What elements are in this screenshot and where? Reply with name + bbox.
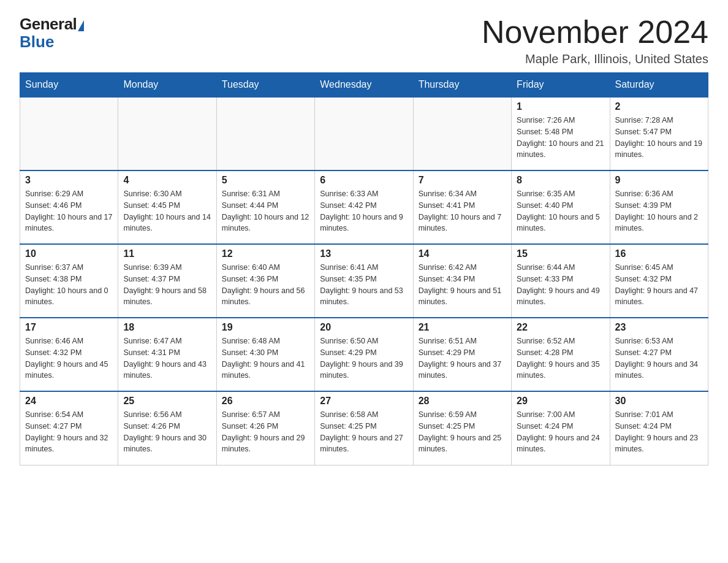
day-number: 4 — [123, 175, 211, 186]
calendar-cell: 26Sunrise: 6:57 AM Sunset: 4:26 PM Dayli… — [216, 391, 314, 465]
day-sun-info: Sunrise: 6:44 AM Sunset: 4:33 PM Dayligh… — [517, 262, 604, 308]
day-number: 1 — [517, 101, 604, 112]
day-sun-info: Sunrise: 6:36 AM Sunset: 4:39 PM Dayligh… — [615, 188, 703, 234]
calendar-cell: 25Sunrise: 6:56 AM Sunset: 4:26 PM Dayli… — [118, 391, 216, 465]
logo-blue-text: Blue — [20, 33, 54, 52]
calendar-week-row: 24Sunrise: 6:54 AM Sunset: 4:27 PM Dayli… — [20, 391, 708, 465]
day-number: 13 — [320, 248, 408, 259]
calendar-header-row: SundayMondayTuesdayWednesdayThursdayFrid… — [20, 73, 708, 98]
calendar-cell: 24Sunrise: 6:54 AM Sunset: 4:27 PM Dayli… — [20, 391, 118, 465]
day-sun-info: Sunrise: 6:52 AM Sunset: 4:28 PM Dayligh… — [517, 335, 604, 381]
day-number: 7 — [419, 175, 506, 186]
day-number: 19 — [222, 322, 309, 333]
calendar-cell: 7Sunrise: 6:34 AM Sunset: 4:41 PM Daylig… — [413, 170, 511, 244]
calendar-cell — [118, 97, 216, 170]
day-sun-info: Sunrise: 6:31 AM Sunset: 4:44 PM Dayligh… — [222, 188, 309, 234]
calendar-table: SundayMondayTuesdayWednesdayThursdayFrid… — [20, 72, 708, 465]
calendar-cell: 12Sunrise: 6:40 AM Sunset: 4:36 PM Dayli… — [216, 244, 314, 318]
day-number: 15 — [517, 248, 604, 259]
calendar-week-row: 10Sunrise: 6:37 AM Sunset: 4:38 PM Dayli… — [20, 244, 708, 318]
page-header: General Blue November 2024 Maple Park, I… — [20, 15, 708, 66]
day-header-sunday: Sunday — [20, 73, 118, 98]
day-number: 27 — [320, 396, 408, 407]
day-number: 21 — [419, 322, 506, 333]
calendar-cell: 23Sunrise: 6:53 AM Sunset: 4:27 PM Dayli… — [610, 318, 708, 391]
calendar-cell: 9Sunrise: 6:36 AM Sunset: 4:39 PM Daylig… — [610, 170, 708, 244]
day-sun-info: Sunrise: 6:58 AM Sunset: 4:25 PM Dayligh… — [320, 409, 408, 455]
day-header-tuesday: Tuesday — [216, 73, 314, 98]
day-number: 8 — [517, 175, 604, 186]
calendar-cell: 4Sunrise: 6:30 AM Sunset: 4:45 PM Daylig… — [118, 170, 216, 244]
calendar-cell: 29Sunrise: 7:00 AM Sunset: 4:24 PM Dayli… — [512, 391, 610, 465]
day-sun-info: Sunrise: 6:59 AM Sunset: 4:25 PM Dayligh… — [419, 409, 506, 455]
location-subtitle: Maple Park, Illinois, United States — [482, 52, 708, 66]
day-number: 29 — [517, 396, 604, 407]
calendar-cell: 6Sunrise: 6:33 AM Sunset: 4:42 PM Daylig… — [315, 170, 413, 244]
calendar-week-row: 1Sunrise: 7:26 AM Sunset: 5:48 PM Daylig… — [20, 97, 708, 170]
calendar-cell: 13Sunrise: 6:41 AM Sunset: 4:35 PM Dayli… — [315, 244, 413, 318]
day-number: 26 — [222, 396, 309, 407]
day-number: 18 — [123, 322, 211, 333]
calendar-cell: 27Sunrise: 6:58 AM Sunset: 4:25 PM Dayli… — [315, 391, 413, 465]
calendar-cell — [216, 97, 314, 170]
calendar-cell: 2Sunrise: 7:28 AM Sunset: 5:47 PM Daylig… — [610, 97, 708, 170]
day-number: 25 — [123, 396, 211, 407]
day-sun-info: Sunrise: 6:40 AM Sunset: 4:36 PM Dayligh… — [222, 262, 309, 308]
calendar-cell: 22Sunrise: 6:52 AM Sunset: 4:28 PM Dayli… — [512, 318, 610, 391]
day-sun-info: Sunrise: 6:50 AM Sunset: 4:29 PM Dayligh… — [320, 335, 408, 381]
day-sun-info: Sunrise: 6:37 AM Sunset: 4:38 PM Dayligh… — [25, 262, 113, 308]
calendar-cell: 28Sunrise: 6:59 AM Sunset: 4:25 PM Dayli… — [413, 391, 511, 465]
day-sun-info: Sunrise: 6:29 AM Sunset: 4:46 PM Dayligh… — [25, 188, 113, 234]
day-header-thursday: Thursday — [413, 73, 511, 98]
calendar-cell: 18Sunrise: 6:47 AM Sunset: 4:31 PM Dayli… — [118, 318, 216, 391]
calendar-cell: 17Sunrise: 6:46 AM Sunset: 4:32 PM Dayli… — [20, 318, 118, 391]
calendar-cell — [315, 97, 413, 170]
calendar-cell: 21Sunrise: 6:51 AM Sunset: 4:29 PM Dayli… — [413, 318, 511, 391]
day-sun-info: Sunrise: 6:57 AM Sunset: 4:26 PM Dayligh… — [222, 409, 309, 455]
day-sun-info: Sunrise: 6:54 AM Sunset: 4:27 PM Dayligh… — [25, 409, 113, 455]
month-title: November 2024 — [482, 15, 708, 50]
calendar-cell: 30Sunrise: 7:01 AM Sunset: 4:24 PM Dayli… — [610, 391, 708, 465]
calendar-cell: 11Sunrise: 6:39 AM Sunset: 4:37 PM Dayli… — [118, 244, 216, 318]
logo: General Blue — [20, 15, 84, 52]
day-number: 11 — [123, 248, 211, 259]
day-number: 30 — [615, 396, 703, 407]
day-sun-info: Sunrise: 7:26 AM Sunset: 5:48 PM Dayligh… — [517, 115, 604, 161]
day-sun-info: Sunrise: 6:35 AM Sunset: 4:40 PM Dayligh… — [517, 188, 604, 234]
calendar-cell: 19Sunrise: 6:48 AM Sunset: 4:30 PM Dayli… — [216, 318, 314, 391]
day-number: 22 — [517, 322, 604, 333]
logo-triangle-icon — [78, 20, 84, 31]
day-number: 3 — [25, 175, 113, 186]
day-sun-info: Sunrise: 6:56 AM Sunset: 4:26 PM Dayligh… — [123, 409, 211, 455]
calendar-cell: 8Sunrise: 6:35 AM Sunset: 4:40 PM Daylig… — [512, 170, 610, 244]
day-number: 28 — [419, 396, 506, 407]
day-header-saturday: Saturday — [610, 73, 708, 98]
day-number: 6 — [320, 175, 408, 186]
day-number: 10 — [25, 248, 113, 259]
title-area: November 2024 Maple Park, Illinois, Unit… — [482, 15, 708, 66]
day-number: 16 — [615, 248, 703, 259]
calendar-cell — [413, 97, 511, 170]
day-number: 12 — [222, 248, 309, 259]
day-sun-info: Sunrise: 6:30 AM Sunset: 4:45 PM Dayligh… — [123, 188, 211, 234]
day-sun-info: Sunrise: 6:48 AM Sunset: 4:30 PM Dayligh… — [222, 335, 309, 381]
day-sun-info: Sunrise: 6:53 AM Sunset: 4:27 PM Dayligh… — [615, 335, 703, 381]
day-sun-info: Sunrise: 6:51 AM Sunset: 4:29 PM Dayligh… — [419, 335, 506, 381]
day-sun-info: Sunrise: 6:45 AM Sunset: 4:32 PM Dayligh… — [615, 262, 703, 308]
day-sun-info: Sunrise: 6:42 AM Sunset: 4:34 PM Dayligh… — [419, 262, 506, 308]
day-number: 14 — [419, 248, 506, 259]
day-number: 2 — [615, 101, 703, 112]
day-sun-info: Sunrise: 6:46 AM Sunset: 4:32 PM Dayligh… — [25, 335, 113, 381]
day-header-friday: Friday — [512, 73, 610, 98]
day-sun-info: Sunrise: 7:28 AM Sunset: 5:47 PM Dayligh… — [615, 115, 703, 161]
calendar-week-row: 3Sunrise: 6:29 AM Sunset: 4:46 PM Daylig… — [20, 170, 708, 244]
calendar-cell — [20, 97, 118, 170]
calendar-cell: 3Sunrise: 6:29 AM Sunset: 4:46 PM Daylig… — [20, 170, 118, 244]
day-number: 17 — [25, 322, 113, 333]
day-header-wednesday: Wednesday — [315, 73, 413, 98]
day-sun-info: Sunrise: 6:34 AM Sunset: 4:41 PM Dayligh… — [419, 188, 506, 234]
day-number: 23 — [615, 322, 703, 333]
day-sun-info: Sunrise: 7:00 AM Sunset: 4:24 PM Dayligh… — [517, 409, 604, 455]
day-sun-info: Sunrise: 7:01 AM Sunset: 4:24 PM Dayligh… — [615, 409, 703, 455]
calendar-cell: 14Sunrise: 6:42 AM Sunset: 4:34 PM Dayli… — [413, 244, 511, 318]
